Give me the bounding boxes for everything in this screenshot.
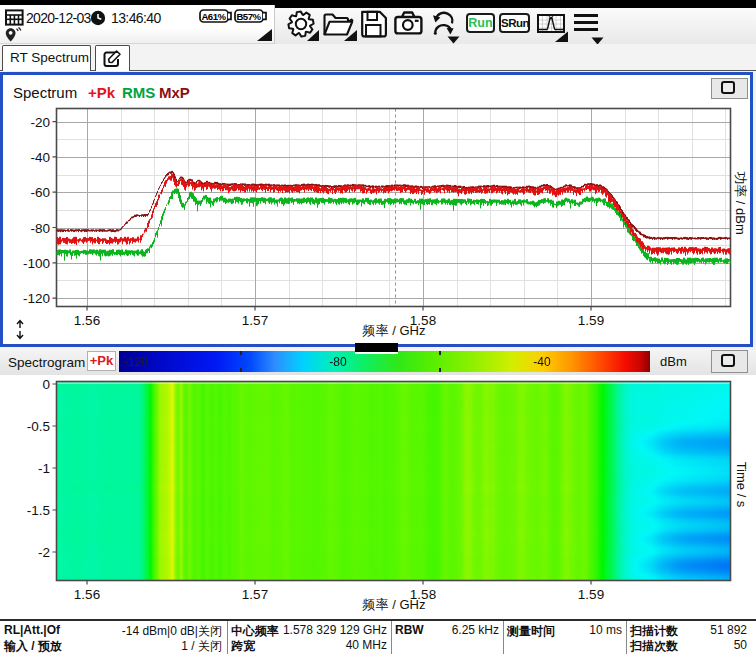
svg-text:A61%: A61% xyxy=(201,11,226,22)
svg-text:B57%: B57% xyxy=(236,11,261,22)
